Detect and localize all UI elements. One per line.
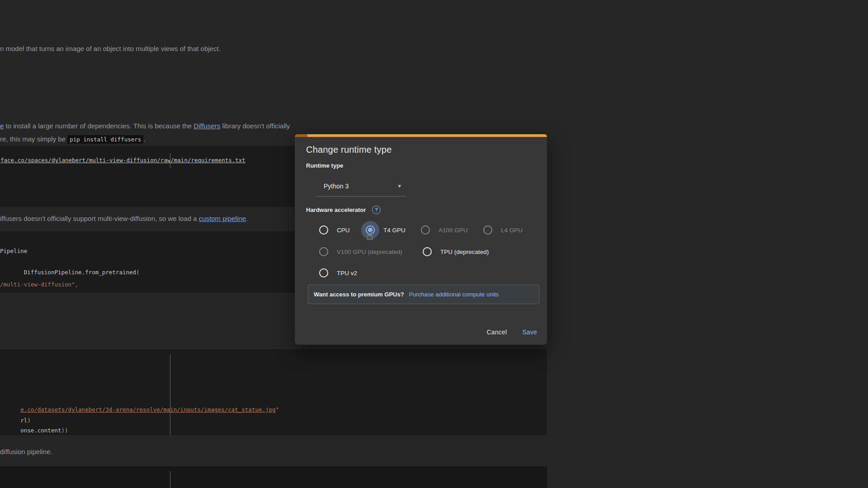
hardware-accelerator-label: Hardware accelerator (306, 206, 366, 213)
radio-icon[interactable] (319, 268, 328, 277)
radio-icon[interactable] (319, 247, 328, 256)
cell-divider-line (170, 355, 170, 435)
cell-divider-line (170, 153, 170, 168)
radio-label: L4 GPU (501, 227, 523, 234)
mouse-cursor-hand-icon: ☝ (366, 229, 373, 243)
code-url-string[interactable]: e.co/datasets/dylanebert/3d-arena/resolv… (20, 406, 275, 413)
runtime-type-label: Runtime type (306, 162, 343, 169)
inline-code-pip-install: pip install diffusers (67, 135, 143, 144)
chevron-down-icon: ▾ (398, 176, 401, 196)
radio-option-tpu-deprecated[interactable]: TPU (deprecated) (423, 247, 489, 256)
code-text: DiffusionPipeline.from_pretrained (20, 269, 136, 276)
paragraph-text: library doesn't officially (220, 122, 290, 130)
paragraph-text: . (246, 215, 248, 222)
radio-option-cpu[interactable]: CPU (319, 225, 350, 235)
progress-bar-accent-segment (307, 134, 547, 137)
radio-label: CPU (337, 227, 350, 234)
radio-label: A100 GPU (439, 227, 468, 234)
dialog-title: Change runtime type (306, 145, 392, 155)
radio-label: TPU (deprecated) (440, 249, 489, 255)
cell-divider-line (170, 471, 170, 488)
paragraph-text: re, this may simply be (0, 135, 67, 143)
paragraph-text: iffusers doesn't officially support mult… (0, 215, 199, 222)
dialog-button-row: Cancel Save (487, 324, 538, 340)
markdown-paragraph-line2: re, this may simply be pip install diffu… (0, 135, 145, 143)
dialog-progress-bar (295, 134, 547, 137)
radio-option-l4-gpu[interactable]: L4 GPU (483, 225, 523, 235)
code-line-from-pretrained: DiffusionPipeline.from_pretrained( (0, 262, 140, 282)
paragraph-text: . (143, 135, 145, 143)
progress-bar-dark-segment (295, 134, 307, 137)
radio-icon[interactable] (421, 225, 430, 235)
radio-option-tpu-v2[interactable]: TPU v2 (319, 268, 357, 277)
markdown-paragraph-line1: e to install a large number of dependenc… (0, 122, 290, 130)
purchase-compute-units-link[interactable]: Purchase additional compute units (409, 291, 499, 298)
code-line-model-string: /multi-view-diffusion", (0, 281, 78, 288)
save-button[interactable]: Save (522, 328, 537, 336)
code-quote: " (276, 406, 279, 413)
radio-option-a100-gpu[interactable]: A100 GPU (421, 225, 468, 235)
cancel-button[interactable]: Cancel (487, 328, 507, 336)
code-text: onse.content (20, 427, 61, 434)
runtime-type-value: Python 3 (324, 176, 349, 196)
banner-question: Want access to premium GPUs? (314, 291, 404, 298)
radio-icon[interactable] (483, 225, 492, 235)
premium-gpu-banner: Want access to premium GPUs? Purchase ad… (308, 285, 539, 304)
radio-label: T4 GPU (383, 227, 406, 234)
code-cell-image[interactable]: e.co/datasets/dylanebert/3d-arena/resolv… (0, 349, 547, 435)
radio-icon[interactable] (423, 247, 432, 256)
change-runtime-type-dialog: Change runtime type Runtime type Python … (295, 134, 547, 345)
radio-icon[interactable] (319, 225, 328, 235)
markdown-intro-text: n model that turns an image of an object… (0, 45, 221, 52)
code-paren: ) (65, 427, 68, 434)
code-line-response-content: onse.content)) (0, 420, 68, 441)
radio-label: V100 GPU (deprecated) (337, 249, 402, 255)
code-line-pipeline: Pipeline (0, 248, 27, 254)
colab-page: { "background": { "intro_line": "n model… (0, 0, 868, 488)
radio-label: TPU v2 (337, 270, 357, 277)
radio-option-v100-gpu[interactable]: V100 GPU (deprecated) (319, 247, 402, 256)
help-icon[interactable]: ? (372, 206, 381, 214)
markdown-paragraph2: iffusers doesn't officially support mult… (0, 215, 248, 222)
code-line-image-url: e.co/datasets/dylanebert/3d-arena/resolv… (0, 399, 279, 420)
code-paren: ) (61, 427, 65, 434)
code-paren: ( (136, 269, 140, 276)
paragraph-text: to install a large number of dependencie… (4, 122, 193, 130)
runtime-type-select[interactable]: Python 3 ▾ (316, 176, 406, 197)
diffusers-link[interactable]: Diffusers (193, 122, 220, 130)
custom-pipeline-link[interactable]: custom pipeline (199, 215, 246, 222)
requirements-url-code[interactable]: face.co/spaces/dylanebert/multi-view-dif… (0, 157, 245, 164)
markdown-paragraph3: diffusion pipeline. (0, 448, 52, 455)
code-cell-bottom[interactable] (0, 466, 547, 488)
